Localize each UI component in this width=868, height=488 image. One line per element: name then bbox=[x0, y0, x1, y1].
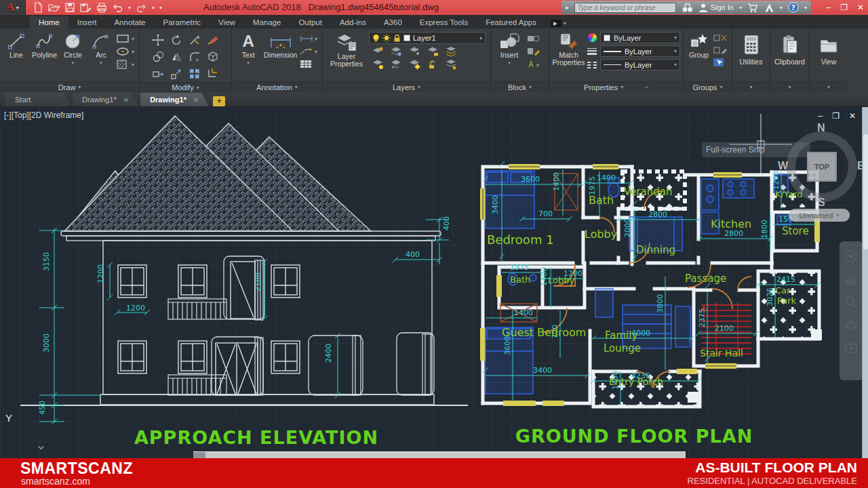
ribbon-tab-add-ins[interactable]: Add-ins bbox=[331, 16, 375, 28]
doc-restore-button[interactable]: ❐ bbox=[832, 111, 840, 121]
layer-freeze-icon[interactable] bbox=[408, 46, 420, 57]
panel-title-annotation[interactable]: Annotation▾ bbox=[232, 81, 322, 92]
move-tool-icon[interactable] bbox=[149, 32, 167, 48]
ribbon-tab-express-tools[interactable]: Express Tools bbox=[411, 16, 477, 28]
scrollbar-thumb[interactable] bbox=[863, 134, 868, 249]
new-drawing-tab-button[interactable]: + bbox=[213, 96, 225, 106]
new-file-icon[interactable] bbox=[33, 2, 43, 13]
restore-button[interactable]: ❐ bbox=[840, 3, 848, 12]
lineweight-dropdown[interactable]: ByLayer ▾ bbox=[600, 45, 680, 57]
rotate-tool-icon[interactable] bbox=[167, 32, 185, 48]
redo-dropdown-icon[interactable]: ▾ bbox=[152, 5, 155, 11]
app-menu-button[interactable]: A▾ bbox=[0, 0, 26, 15]
layer-isolate-icon[interactable] bbox=[390, 46, 402, 57]
group-button[interactable]: Group bbox=[686, 30, 711, 81]
command-line-bar[interactable] bbox=[193, 451, 686, 458]
doc-minimize-button[interactable]: – bbox=[818, 111, 823, 121]
app-store-cart-icon[interactable] bbox=[747, 3, 759, 13]
help-icon[interactable]: ? bbox=[788, 2, 799, 13]
ellipse-tool-icon[interactable]: ▾ bbox=[116, 46, 136, 56]
qat-customize-icon[interactable]: ▾ bbox=[159, 5, 162, 11]
mirror-tool-icon[interactable] bbox=[167, 49, 185, 65]
undo-dropdown-icon[interactable]: ▾ bbox=[128, 5, 131, 11]
match-properties-button[interactable]: Match Properties bbox=[552, 30, 585, 81]
explode-tool-icon[interactable] bbox=[204, 49, 222, 65]
close-button[interactable]: ✕ bbox=[857, 3, 864, 12]
zoom-icon[interactable] bbox=[844, 296, 858, 309]
redo-icon[interactable] bbox=[136, 2, 147, 13]
line-button[interactable]: Line bbox=[3, 30, 30, 81]
array-tool-icon[interactable]: ▾ bbox=[186, 66, 203, 82]
panel-title-properties[interactable]: Properties▾⌐ bbox=[549, 81, 683, 92]
sign-in-button[interactable]: Sign In bbox=[698, 3, 734, 13]
help-dropdown-icon[interactable]: ▾ bbox=[804, 5, 807, 11]
layer-properties-button[interactable]: Layer Properties bbox=[326, 30, 368, 81]
navigation-bar[interactable] bbox=[840, 241, 863, 380]
table-icon[interactable] bbox=[299, 59, 319, 69]
viewcube-top-face[interactable]: TOP bbox=[807, 152, 837, 182]
trim-tool-icon[interactable]: ▾ bbox=[186, 32, 203, 48]
layer-dropdown[interactable]: Layer1 ▾ bbox=[369, 32, 486, 44]
hatch-tool-icon[interactable]: ▾ bbox=[116, 59, 136, 69]
ungroup-icon[interactable] bbox=[713, 33, 729, 43]
panel-launcher-icon[interactable]: ⌐ bbox=[645, 84, 648, 90]
layer-prev-icon[interactable] bbox=[390, 59, 402, 70]
view-button[interactable]: View bbox=[812, 30, 845, 81]
insert-button[interactable]: Insert ▾ bbox=[494, 30, 525, 81]
ribbon-tab-a360[interactable]: A360 bbox=[375, 16, 411, 28]
arc-button[interactable]: Arc ▾ bbox=[87, 30, 115, 81]
group-edit-icon[interactable] bbox=[713, 45, 729, 55]
view-name-pill[interactable]: Unnamed▾ bbox=[789, 209, 850, 222]
clipboard-button[interactable]: Clipboard bbox=[773, 30, 806, 81]
edit-attribute-icon[interactable] bbox=[526, 46, 544, 56]
leader-icon[interactable]: ▾ bbox=[299, 46, 319, 56]
autodesk-a360-icon[interactable] bbox=[764, 3, 774, 13]
ribbon-tab-parametric[interactable]: Parametric bbox=[155, 16, 210, 28]
viewcube-south[interactable]: S bbox=[818, 197, 825, 209]
a360-dropdown-icon[interactable]: ▾ bbox=[780, 5, 783, 11]
copy-tool-icon[interactable] bbox=[149, 49, 167, 65]
erase-tool-icon[interactable] bbox=[204, 32, 222, 48]
panel-title-groups[interactable]: Groups▾ bbox=[684, 81, 732, 92]
save-icon[interactable] bbox=[64, 2, 75, 13]
ribbon-tab-annotate[interactable]: Annotate bbox=[105, 16, 154, 28]
vertical-scrollbar[interactable] bbox=[862, 107, 868, 458]
layer-off-icon[interactable] bbox=[372, 46, 384, 57]
viewcube[interactable]: N W E S TOP bbox=[781, 126, 863, 207]
search-binoculars-icon[interactable] bbox=[682, 3, 693, 13]
layer-on-icon[interactable] bbox=[372, 59, 384, 70]
model-space[interactable]: 400400315012001200210030002400450 APPROA… bbox=[0, 107, 868, 458]
panel-title-draw[interactable]: Draw▾ bbox=[0, 81, 139, 92]
sign-in-dropdown-icon[interactable]: ▾ bbox=[739, 5, 742, 11]
infocenter-expander-icon[interactable]: ▸ bbox=[566, 4, 569, 11]
scale-tool-icon[interactable] bbox=[167, 66, 185, 82]
ribbon-tab-view[interactable]: View bbox=[210, 16, 244, 28]
stretch-tool-icon[interactable] bbox=[149, 66, 167, 82]
pan-hand-icon[interactable] bbox=[844, 272, 858, 286]
layer-thaw-icon[interactable] bbox=[408, 59, 420, 70]
utilities-button[interactable]: Utilities bbox=[735, 30, 767, 81]
navigation-wheel-icon[interactable] bbox=[844, 249, 858, 263]
viewcube-west[interactable]: W bbox=[778, 160, 788, 172]
ribbon-tab-home[interactable]: Home bbox=[30, 16, 68, 28]
layer-lock-icon[interactable] bbox=[427, 46, 439, 57]
polyline-button[interactable]: Polyline bbox=[31, 30, 58, 81]
showmotion-icon[interactable] bbox=[844, 342, 858, 355]
save-as-icon[interactable] bbox=[80, 2, 92, 13]
undo-icon[interactable] bbox=[112, 2, 123, 13]
doc-close-button[interactable]: ✕ bbox=[849, 111, 856, 121]
viewport-controls[interactable]: [-][Top][2D Wireframe] bbox=[4, 110, 83, 120]
group-selection-icon[interactable] bbox=[713, 58, 729, 67]
panel-title-layers[interactable]: Layers▾ bbox=[323, 81, 490, 92]
layer-state-icon[interactable] bbox=[445, 59, 457, 70]
object-color-dropdown[interactable]: ByLayer ▾ bbox=[600, 32, 680, 43]
open-file-icon[interactable] bbox=[48, 2, 60, 13]
text-button[interactable]: A Text ▾ bbox=[235, 30, 262, 81]
dimension-button[interactable]: Dimension bbox=[263, 30, 298, 81]
print-icon[interactable] bbox=[96, 2, 107, 13]
offset-tool-icon[interactable] bbox=[204, 66, 222, 82]
ribbon-tab-featured-apps[interactable]: Featured Apps bbox=[477, 16, 545, 28]
recorder-plugin[interactable]: ▾ bbox=[551, 20, 566, 27]
fillet-tool-icon[interactable]: ▾ bbox=[186, 49, 203, 65]
close-tab-icon[interactable]: ✕ bbox=[193, 96, 199, 104]
